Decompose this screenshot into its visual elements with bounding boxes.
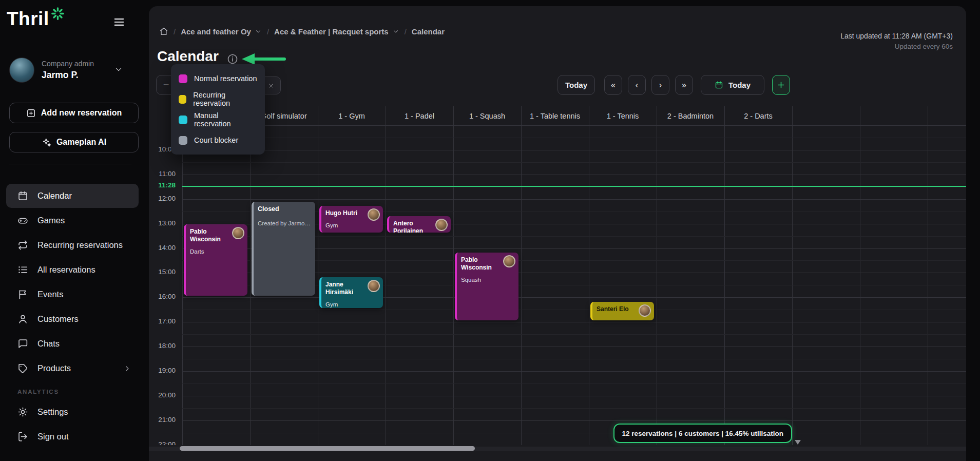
current-time-label: 11:28 bbox=[149, 181, 176, 189]
games-icon bbox=[17, 215, 28, 226]
event-subtitle: Created by Jarmo… bbox=[258, 220, 311, 226]
grid-line-vertical bbox=[250, 106, 251, 445]
add-button[interactable] bbox=[772, 75, 790, 95]
time-label: 16:00 bbox=[149, 293, 176, 300]
last-updated-text: Last updated at 11:28 AM (GMT+3) bbox=[840, 32, 953, 40]
event-pablo-wisconsin[interactable]: Pablo WisconsinSquash bbox=[455, 253, 518, 320]
grid-line-half-hour bbox=[182, 138, 966, 138]
breadcrumb-item[interactable]: Ace & Feather | Racquet sports bbox=[274, 27, 399, 36]
event-santeri-elo[interactable]: Santeri Elo bbox=[590, 302, 654, 320]
close-icon[interactable] bbox=[268, 83, 274, 89]
sidebar-actions: Add new reservationGameplan AI bbox=[9, 103, 139, 152]
column-header: 1 - Padel bbox=[386, 106, 453, 125]
corner-triangle-icon bbox=[795, 440, 801, 445]
grid-line-vertical bbox=[792, 106, 793, 445]
column-header: 2 - Badminton bbox=[657, 106, 724, 125]
calendar-grid: Golf simulator1 - Gym1 - Padel1 - Squash… bbox=[149, 106, 966, 445]
scrollbar-thumb[interactable] bbox=[180, 446, 475, 451]
calendar-icon bbox=[715, 81, 723, 89]
grid-line-vertical bbox=[860, 106, 860, 445]
legend-label: Recurring reservation bbox=[193, 91, 257, 107]
sidebar-nav: CalendarGamesRecurring reservationsAll r… bbox=[6, 184, 139, 381]
grid-line-vertical bbox=[657, 106, 657, 445]
time-label: 17:00 bbox=[149, 317, 176, 325]
forward-button[interactable]: › bbox=[651, 75, 669, 95]
sidebar-item-customers[interactable]: Customers bbox=[6, 307, 139, 331]
sidebar-item-label: Calendar bbox=[37, 191, 72, 201]
grid-line-hour bbox=[182, 322, 966, 322]
sidebar-item-games[interactable]: Games bbox=[6, 208, 139, 233]
grid-line-hour bbox=[182, 420, 966, 421]
add-new-reservation-button[interactable]: Add new reservation bbox=[9, 103, 139, 123]
grid-line-hour bbox=[182, 125, 966, 126]
sidebar-item-calendar[interactable]: Calendar bbox=[6, 184, 139, 208]
legend-label: Manual reservation bbox=[194, 111, 257, 128]
legend-swatch bbox=[179, 136, 187, 145]
sidebar-footer: SettingsSign out bbox=[6, 400, 139, 449]
tag-icon bbox=[17, 363, 28, 374]
info-icon[interactable] bbox=[227, 53, 238, 65]
calendar-toolbar: Today «‹›» Today bbox=[558, 75, 790, 95]
event-subtitle: Gym bbox=[325, 222, 379, 228]
time-label: 21:00 bbox=[149, 416, 176, 424]
legend-popup: Normal reservationRecurring reservationM… bbox=[171, 64, 265, 155]
sidebar-item-label: Customers bbox=[37, 314, 79, 324]
sidebar-item-sign-out[interactable]: Sign out bbox=[6, 425, 139, 449]
event-title: Closed bbox=[258, 205, 311, 214]
sidebar-item-recurring-reservations[interactable]: Recurring reservations bbox=[6, 233, 139, 257]
ai-icon bbox=[42, 138, 51, 147]
user-menu[interactable]: Company admin Jarmo P. bbox=[9, 56, 139, 83]
grid-line-half-hour bbox=[182, 408, 966, 409]
fast-forward-button[interactable]: » bbox=[675, 75, 693, 95]
gameplan-ai-button[interactable]: Gameplan AI bbox=[9, 132, 139, 152]
list-icon bbox=[17, 264, 28, 275]
event-closed[interactable]: ClosedCreated by Jarmo… bbox=[252, 202, 315, 296]
grid-line-hour bbox=[182, 347, 966, 347]
event-antero-porilainen[interactable]: Antero Porilainen bbox=[387, 216, 451, 233]
date-picker-button[interactable]: Today bbox=[701, 75, 764, 95]
menu-icon[interactable] bbox=[113, 16, 125, 28]
legend-item: Manual reservation bbox=[171, 109, 265, 130]
current-time-line bbox=[182, 186, 966, 187]
event-subtitle: Darts bbox=[190, 248, 243, 255]
app-logo: Thril bbox=[7, 8, 65, 30]
calendar-icon bbox=[17, 190, 28, 201]
flag-icon bbox=[17, 289, 28, 300]
time-label: 22:00 bbox=[149, 440, 176, 445]
sidebar-item-chats[interactable]: Chats bbox=[6, 332, 139, 356]
grid-line-vertical bbox=[928, 106, 928, 445]
time-label: 13:00 bbox=[149, 219, 176, 227]
event-janne-hirsim-ki[interactable]: Janne HirsimäkiGym bbox=[319, 277, 383, 308]
event-subtitle: Squash bbox=[461, 277, 514, 283]
today-button[interactable]: Today bbox=[558, 75, 595, 95]
time-label: 15:00 bbox=[149, 268, 176, 276]
time-label: 18:00 bbox=[149, 342, 176, 350]
plus-square-icon bbox=[26, 108, 36, 118]
fast-back-button[interactable]: « bbox=[604, 75, 622, 95]
sidebar-item-events[interactable]: Events bbox=[6, 282, 139, 306]
grid-line-hour bbox=[182, 150, 966, 150]
sidebar-item-all-reservations[interactable]: All reservations bbox=[6, 258, 139, 282]
legend-item: Court blocker bbox=[171, 130, 265, 150]
signout-icon bbox=[17, 431, 28, 442]
event-hugo-hutri[interactable]: Hugo HutriGym bbox=[319, 206, 383, 233]
avatar bbox=[435, 219, 448, 231]
sidebar-item-products[interactable]: Products bbox=[6, 356, 139, 380]
chat-icon bbox=[17, 338, 28, 349]
column-header: 1 - Tennis bbox=[589, 106, 657, 125]
chevron-down-icon bbox=[114, 65, 123, 74]
sidebar-item-settings[interactable]: Settings bbox=[6, 400, 139, 424]
back-button[interactable]: ‹ bbox=[628, 75, 646, 95]
grid-line-vertical bbox=[318, 106, 318, 445]
chev-right-icon bbox=[123, 364, 131, 373]
event-pablo-wisconsin[interactable]: Pablo WisconsinDarts bbox=[184, 224, 247, 296]
column-header: 1 - Gym bbox=[318, 106, 386, 125]
legend-label: Court blocker bbox=[194, 136, 238, 144]
breadcrumb-item[interactable]: Ace and feather Oy bbox=[181, 27, 262, 36]
home-icon[interactable] bbox=[159, 27, 168, 36]
breadcrumb-item[interactable]: Calendar bbox=[412, 27, 445, 36]
grid-line-hour bbox=[182, 371, 966, 372]
sidebar: Thril Company admin Jarmo P. Add new res… bbox=[0, 0, 148, 461]
grid-line-vertical bbox=[589, 106, 589, 445]
sidebar-item-label: Games bbox=[37, 216, 65, 225]
